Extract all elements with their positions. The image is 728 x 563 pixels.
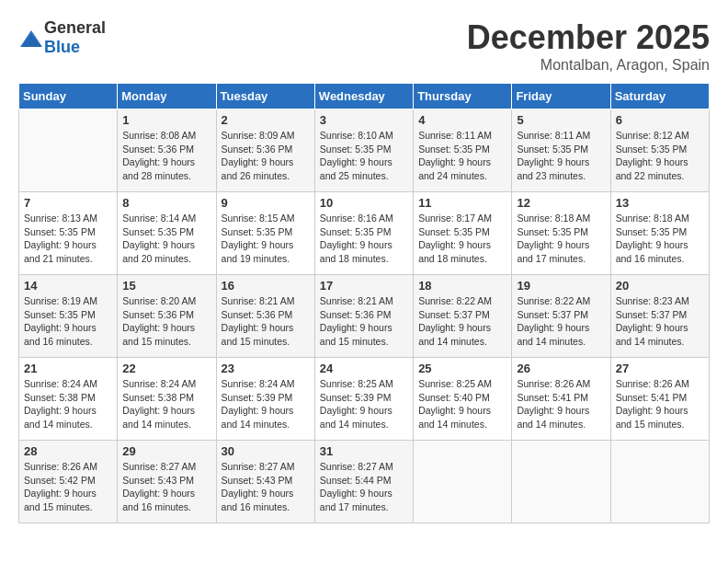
day-number: 1	[122, 113, 210, 127]
day-info: Sunrise: 8:24 AM Sunset: 5:38 PM Dayligh…	[122, 377, 210, 431]
weekday-header-monday: Monday	[118, 84, 216, 109]
calendar-cell: 29Sunrise: 8:27 AM Sunset: 5:43 PM Dayli…	[118, 441, 216, 523]
calendar-week-3: 14Sunrise: 8:19 AM Sunset: 5:35 PM Dayli…	[19, 275, 710, 358]
calendar-cell: 1Sunrise: 8:08 AM Sunset: 5:36 PM Daylig…	[118, 109, 216, 192]
calendar-cell: 23Sunrise: 8:24 AM Sunset: 5:39 PM Dayli…	[216, 358, 314, 441]
day-number: 8	[122, 196, 210, 210]
day-info: Sunrise: 8:10 AM Sunset: 5:35 PM Dayligh…	[320, 129, 408, 183]
day-number: 17	[320, 279, 408, 293]
day-number: 18	[418, 279, 506, 293]
weekday-header-sunday: Sunday	[19, 84, 118, 109]
day-number: 15	[122, 279, 210, 293]
location-title: Montalban, Aragon, Spain	[467, 57, 710, 74]
calendar-table: SundayMondayTuesdayWednesdayThursdayFrid…	[18, 83, 710, 523]
day-number: 2	[222, 113, 310, 127]
day-number: 24	[320, 362, 408, 375]
day-info: Sunrise: 8:18 AM Sunset: 5:35 PM Dayligh…	[517, 212, 605, 266]
day-info: Sunrise: 8:16 AM Sunset: 5:35 PM Dayligh…	[320, 212, 408, 266]
day-info: Sunrise: 8:27 AM Sunset: 5:44 PM Dayligh…	[320, 460, 408, 514]
title-block: December 2025 Montalban, Aragon, Spain	[467, 18, 710, 74]
calendar-cell: 28Sunrise: 8:26 AM Sunset: 5:42 PM Dayli…	[19, 441, 118, 523]
calendar-body: 1Sunrise: 8:08 AM Sunset: 5:36 PM Daylig…	[19, 109, 710, 523]
day-info: Sunrise: 8:17 AM Sunset: 5:35 PM Dayligh…	[418, 212, 506, 266]
day-number: 25	[418, 362, 506, 375]
calendar-cell: 20Sunrise: 8:23 AM Sunset: 5:37 PM Dayli…	[610, 275, 709, 358]
day-number: 3	[320, 113, 408, 127]
day-number: 9	[222, 196, 310, 210]
day-info: Sunrise: 8:19 AM Sunset: 5:35 PM Dayligh…	[24, 294, 112, 349]
day-info: Sunrise: 8:26 AM Sunset: 5:42 PM Dayligh…	[24, 460, 112, 514]
day-number: 7	[24, 196, 112, 210]
day-info: Sunrise: 8:27 AM Sunset: 5:43 PM Dayligh…	[222, 460, 310, 514]
calendar-cell	[512, 441, 610, 523]
calendar-cell: 13Sunrise: 8:18 AM Sunset: 5:35 PM Dayli…	[610, 192, 709, 275]
logo-text: General Blue	[44, 18, 106, 57]
calendar-cell: 27Sunrise: 8:26 AM Sunset: 5:41 PM Dayli…	[610, 358, 709, 441]
day-info: Sunrise: 8:11 AM Sunset: 5:35 PM Dayligh…	[418, 129, 506, 183]
calendar-cell: 31Sunrise: 8:27 AM Sunset: 5:44 PM Dayli…	[314, 441, 413, 523]
day-info: Sunrise: 8:20 AM Sunset: 5:36 PM Dayligh…	[122, 294, 210, 349]
calendar-cell: 24Sunrise: 8:25 AM Sunset: 5:39 PM Dayli…	[314, 358, 413, 441]
day-number: 12	[517, 196, 605, 210]
day-info: Sunrise: 8:24 AM Sunset: 5:38 PM Dayligh…	[24, 377, 112, 431]
calendar-header-row: SundayMondayTuesdayWednesdayThursdayFrid…	[19, 84, 710, 109]
weekday-header-wednesday: Wednesday	[314, 84, 413, 109]
calendar-cell: 15Sunrise: 8:20 AM Sunset: 5:36 PM Dayli…	[118, 275, 216, 358]
calendar-cell: 30Sunrise: 8:27 AM Sunset: 5:43 PM Dayli…	[216, 441, 314, 523]
calendar-cell: 25Sunrise: 8:25 AM Sunset: 5:40 PM Dayli…	[414, 358, 512, 441]
logo-general: General	[44, 18, 106, 37]
day-info: Sunrise: 8:26 AM Sunset: 5:41 PM Dayligh…	[517, 377, 605, 431]
weekday-header-friday: Friday	[512, 84, 610, 109]
day-number: 4	[418, 113, 506, 127]
day-number: 31	[320, 444, 408, 458]
logo-blue: Blue	[44, 38, 80, 56]
day-info: Sunrise: 8:27 AM Sunset: 5:43 PM Dayligh…	[122, 460, 210, 514]
day-number: 6	[616, 113, 704, 127]
calendar-cell: 18Sunrise: 8:22 AM Sunset: 5:37 PM Dayli…	[414, 275, 512, 358]
day-info: Sunrise: 8:25 AM Sunset: 5:39 PM Dayligh…	[320, 377, 408, 431]
calendar-cell: 5Sunrise: 8:11 AM Sunset: 5:35 PM Daylig…	[512, 109, 610, 192]
day-info: Sunrise: 8:26 AM Sunset: 5:41 PM Dayligh…	[616, 377, 704, 431]
calendar-cell: 16Sunrise: 8:21 AM Sunset: 5:36 PM Dayli…	[216, 275, 314, 358]
calendar-week-1: 1Sunrise: 8:08 AM Sunset: 5:36 PM Daylig…	[19, 109, 710, 192]
logo: General Blue	[18, 18, 106, 57]
calendar-cell: 19Sunrise: 8:22 AM Sunset: 5:37 PM Dayli…	[512, 275, 610, 358]
day-info: Sunrise: 8:15 AM Sunset: 5:35 PM Dayligh…	[222, 212, 310, 266]
calendar-cell: 9Sunrise: 8:15 AM Sunset: 5:35 PM Daylig…	[216, 192, 314, 275]
calendar-cell: 8Sunrise: 8:14 AM Sunset: 5:35 PM Daylig…	[118, 192, 216, 275]
calendar-cell: 17Sunrise: 8:21 AM Sunset: 5:36 PM Dayli…	[314, 275, 413, 358]
weekday-header-saturday: Saturday	[610, 84, 709, 109]
day-info: Sunrise: 8:08 AM Sunset: 5:36 PM Dayligh…	[122, 129, 210, 183]
day-info: Sunrise: 8:21 AM Sunset: 5:36 PM Dayligh…	[320, 294, 408, 349]
calendar-cell: 12Sunrise: 8:18 AM Sunset: 5:35 PM Dayli…	[512, 192, 610, 275]
calendar-cell: 3Sunrise: 8:10 AM Sunset: 5:35 PM Daylig…	[314, 109, 413, 192]
page-header: General Blue December 2025 Montalban, Ar…	[18, 18, 710, 74]
calendar-cell: 4Sunrise: 8:11 AM Sunset: 5:35 PM Daylig…	[414, 109, 512, 192]
day-info: Sunrise: 8:09 AM Sunset: 5:36 PM Dayligh…	[222, 129, 310, 183]
day-number: 27	[616, 362, 704, 375]
day-number: 21	[24, 362, 112, 375]
day-number: 14	[24, 279, 112, 293]
calendar-cell: 11Sunrise: 8:17 AM Sunset: 5:35 PM Dayli…	[414, 192, 512, 275]
month-title: December 2025	[467, 18, 710, 57]
day-number: 30	[222, 444, 310, 458]
calendar-cell	[610, 441, 709, 523]
calendar-week-2: 7Sunrise: 8:13 AM Sunset: 5:35 PM Daylig…	[19, 192, 710, 275]
calendar-cell: 21Sunrise: 8:24 AM Sunset: 5:38 PM Dayli…	[19, 358, 118, 441]
day-info: Sunrise: 8:14 AM Sunset: 5:35 PM Dayligh…	[122, 212, 210, 266]
day-number: 29	[122, 444, 210, 458]
calendar-cell: 22Sunrise: 8:24 AM Sunset: 5:38 PM Dayli…	[118, 358, 216, 441]
calendar-cell: 6Sunrise: 8:12 AM Sunset: 5:35 PM Daylig…	[610, 109, 709, 192]
calendar-week-5: 28Sunrise: 8:26 AM Sunset: 5:42 PM Dayli…	[19, 441, 710, 523]
calendar-cell: 2Sunrise: 8:09 AM Sunset: 5:36 PM Daylig…	[216, 109, 314, 192]
day-info: Sunrise: 8:24 AM Sunset: 5:39 PM Dayligh…	[222, 377, 310, 431]
day-info: Sunrise: 8:11 AM Sunset: 5:35 PM Dayligh…	[517, 129, 605, 183]
logo-icon	[18, 29, 40, 47]
day-number: 23	[222, 362, 310, 375]
day-info: Sunrise: 8:13 AM Sunset: 5:35 PM Dayligh…	[24, 212, 112, 266]
day-number: 16	[222, 279, 310, 293]
day-info: Sunrise: 8:22 AM Sunset: 5:37 PM Dayligh…	[517, 294, 605, 349]
day-number: 19	[517, 279, 605, 293]
weekday-header-thursday: Thursday	[414, 84, 512, 109]
calendar-cell	[19, 109, 118, 192]
